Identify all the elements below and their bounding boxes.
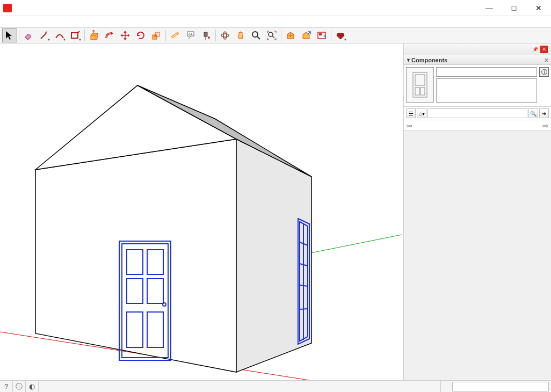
nav-forward-button[interactable]: ➜: [539, 108, 549, 118]
tool-share-model[interactable]: [299, 28, 314, 42]
tray-header[interactable]: 📌 ✕: [404, 43, 551, 55]
components-panel-body: ⓘ ☰ ⌂▾ 🔍 ➜ ⇦ ⇨: [404, 65, 551, 131]
maximize-button[interactable]: □: [502, 0, 526, 16]
svg-rect-35: [415, 75, 425, 85]
svg-point-5: [208, 37, 210, 39]
tool-pushpull[interactable]: [86, 28, 102, 42]
geo-button[interactable]: ?: [0, 381, 13, 393]
svg-text:A1: A1: [189, 32, 193, 35]
credits-button[interactable]: ⓘ: [13, 381, 26, 393]
svg-point-7: [223, 32, 227, 39]
tool-line[interactable]: ▼: [37, 28, 52, 42]
svg-point-6: [221, 34, 229, 37]
svg-marker-14: [35, 139, 236, 372]
nav-back-icon[interactable]: ⇦: [406, 121, 412, 130]
tool-zoom[interactable]: [249, 28, 264, 42]
svg-rect-11: [319, 33, 322, 35]
svg-rect-36: [415, 88, 419, 95]
tool-ruby[interactable]: ▼: [333, 28, 348, 42]
tool-get-models[interactable]: [283, 28, 298, 42]
details-toggle-button[interactable]: ☰: [406, 108, 416, 118]
minimize-button[interactable]: ―: [477, 0, 502, 16]
viewport-3d[interactable]: [0, 43, 404, 380]
measurements-input[interactable]: [452, 382, 549, 391]
close-button[interactable]: ✕: [526, 0, 551, 16]
collapse-icon: ▼: [406, 57, 411, 63]
panel-close-icon[interactable]: ✕: [544, 57, 549, 64]
default-tray: 📌 ✕ ▼ Components ✕ ⓘ ☰: [404, 43, 551, 380]
menu-bar: [0, 16, 551, 27]
tool-tape[interactable]: [168, 28, 183, 42]
status-bar: ? ⓘ ◐: [0, 380, 551, 392]
profile-button[interactable]: ◐: [26, 381, 39, 393]
window-controls: ― □ ✕: [477, 0, 551, 16]
tool-rotate[interactable]: [133, 28, 148, 42]
title-bar: ― □ ✕: [0, 0, 551, 16]
tool-paint[interactable]: [199, 28, 214, 42]
svg-point-9: [269, 32, 273, 37]
component-thumbnail: [406, 67, 434, 103]
tool-eraser[interactable]: [21, 28, 36, 42]
home-button[interactable]: ⌂▾: [417, 108, 426, 118]
search-button[interactable]: 🔍: [528, 108, 538, 118]
component-desc-input[interactable]: [436, 78, 537, 103]
nav-forward-icon[interactable]: ⇨: [542, 121, 549, 130]
component-name-input[interactable]: [436, 67, 537, 77]
svg-point-8: [252, 32, 258, 37]
search-input[interactable]: [427, 108, 527, 118]
tool-select[interactable]: [2, 28, 17, 42]
svg-rect-37: [421, 88, 425, 95]
tool-orbit[interactable]: [218, 28, 233, 42]
panel-components[interactable]: ▼ Components ✕: [404, 55, 551, 65]
tool-offset[interactable]: [102, 28, 117, 42]
app-icon: [3, 4, 12, 12]
tool-scale[interactable]: [149, 28, 164, 42]
panel-label: Components: [411, 57, 544, 63]
tool-zoom-extents[interactable]: [264, 28, 279, 42]
tray-close-button[interactable]: ✕: [540, 46, 548, 53]
tool-pan[interactable]: [233, 28, 248, 42]
svg-rect-1: [153, 35, 157, 39]
svg-rect-0: [71, 33, 78, 38]
tool-move[interactable]: [118, 28, 133, 42]
tool-text[interactable]: A1: [183, 28, 198, 42]
tool-shape[interactable]: ▼: [68, 28, 83, 42]
pin-icon[interactable]: 📌: [532, 47, 538, 52]
toolbar: ▼ ▼ ▼ A1 ▼: [0, 27, 551, 43]
tool-arc[interactable]: ▼: [52, 28, 67, 42]
tool-layout[interactable]: [314, 28, 329, 42]
component-more-button[interactable]: ⓘ: [539, 67, 549, 77]
